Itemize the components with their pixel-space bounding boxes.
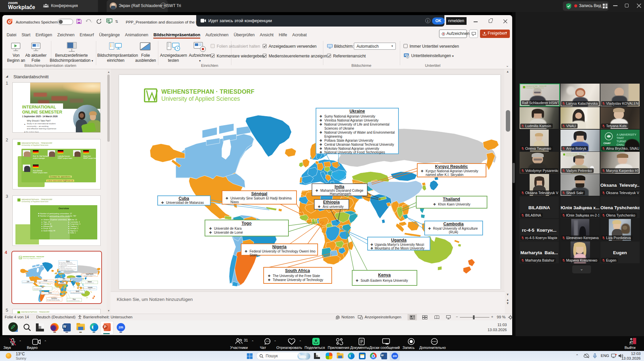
- svg-text:India: India: [334, 184, 344, 189]
- svg-text:❖: ❖: [370, 246, 373, 250]
- svg-text:Federal University of Technolo: Federal University of Technology Owerri …: [250, 250, 316, 253]
- svg-text:Royal University of Agricultur: Royal University of Agriculture: [433, 227, 478, 230]
- svg-text:Poltava State Agrarian Univers: Poltava State Agrarian University: [324, 139, 373, 142]
- svg-text:Sumy National Agrarian Univers: Sumy National Agrarian University: [324, 115, 375, 118]
- svg-text:Nigeria: Nigeria: [272, 244, 287, 249]
- svg-text:❖: ❖: [319, 115, 322, 118]
- svg-text:Togo: Togo: [241, 221, 252, 226]
- svg-text:❖: ❖: [319, 131, 322, 134]
- svg-text:University of Applied Sciences: University of Applied Sciences: [161, 95, 240, 102]
- svg-text:❖: ❖: [319, 139, 322, 142]
- svg-text:Ukraine: Ukraine: [350, 109, 365, 114]
- svg-text:Mykolaiv National Agrarian uni: Mykolaiv National Agrarian university: [324, 147, 379, 150]
- svg-text:Uganda: Uganda: [391, 238, 407, 242]
- svg-text:South Eastern Kenya University: South Eastern Kenya University: [361, 279, 408, 282]
- svg-text:Université de Kara: Université de Kara: [214, 227, 242, 230]
- svg-text:❖: ❖: [319, 123, 322, 126]
- svg-text:University Sine Saloum El Hadj: University Sine Saloum El Hadji Ibrahima: [230, 196, 292, 200]
- svg-text:WEIHENSTEPHAN · TRIESDORF: WEIHENSTEPHAN · TRIESDORF: [161, 88, 255, 95]
- svg-text:❖: ❖: [428, 227, 431, 230]
- svg-text:❖: ❖: [268, 278, 271, 282]
- svg-text:❖: ❖: [209, 227, 212, 230]
- svg-text:❖: ❖: [319, 143, 322, 146]
- svg-text:South Africa: South Africa: [285, 268, 310, 273]
- svg-text:❖: ❖: [209, 231, 212, 234]
- svg-text:Arsi university: Arsi university: [323, 205, 343, 209]
- svg-text:❖: ❖: [319, 150, 322, 154]
- svg-text:❖: ❖: [421, 169, 424, 173]
- svg-text:Khon Kaen University: Khon Kaen University: [438, 202, 470, 206]
- svg-text:Central Ukrainian National Tec: Central Ukrainian National Technical Uni…: [324, 143, 394, 146]
- svg-text:Kenya: Kenya: [378, 273, 391, 277]
- svg-text:Kyrgyz Republic: Kyrgyz Republic: [435, 164, 468, 169]
- svg-text:Engineering: Engineering: [324, 135, 342, 138]
- svg-text:Mountains of the Moon Universi: Mountains of the Moon University: [375, 246, 424, 250]
- svg-text:Vinnitsa National Agrarian Uni: Vinnitsa National Agrarian University: [324, 119, 379, 122]
- svg-text:Sciences of Ukraine: Sciences of Ukraine: [324, 127, 354, 130]
- svg-text:Uganda Martyr's University Nko: Uganda Martyr's University Nkozi: [375, 243, 424, 246]
- svg-text:National University of Life an: National University of Life and Envirome…: [324, 123, 389, 126]
- svg-text:Kyrgyz National Agrarian Unive: Kyrgyz National Agrarian University: [426, 169, 478, 173]
- svg-text:❖: ❖: [370, 243, 373, 246]
- svg-text:Niass: Niass: [230, 200, 239, 204]
- svg-text:❖: ❖: [225, 196, 228, 200]
- svg-text:❖: ❖: [356, 279, 359, 282]
- svg-text:❖: ❖: [318, 205, 321, 209]
- svg-text:❖: ❖: [433, 202, 436, 206]
- svg-text:❖: ❖: [161, 201, 164, 205]
- svg-text:❖: ❖: [268, 274, 271, 278]
- svg-text:❖: ❖: [245, 250, 248, 253]
- svg-text:Tshwane University of Technolo: Tshwane University of Technology: [273, 278, 323, 282]
- svg-text:The University of the Free Sta: The University of the Free State: [273, 274, 320, 278]
- svg-text:❖: ❖: [319, 119, 322, 122]
- svg-text:Universidad de Matanzas: Universidad de Matanzas: [166, 201, 204, 205]
- svg-text:Ethiopia: Ethiopia: [323, 200, 340, 205]
- svg-text:Cambodia: Cambodia: [443, 222, 464, 226]
- svg-text:(RUA): (RUA): [449, 230, 458, 234]
- svg-text:Université de Lomé: Université de Lomé: [214, 231, 243, 234]
- svg-text:❖: ❖: [315, 189, 318, 192]
- svg-text:Cuba: Cuba: [178, 196, 189, 201]
- svg-text:Thailand: Thailand: [443, 197, 460, 201]
- svg-text:State: State: [250, 253, 258, 257]
- svg-text:National University of Food Te: National University of Food Technologies: [324, 150, 385, 154]
- svg-text:Sénégal: Sénégal: [251, 191, 267, 196]
- svg-text:named after K.I. Skryabin: named after K.I. Skryabin: [426, 173, 464, 177]
- svg-text:National University of Water a: National University of Water and Environ…: [324, 131, 395, 134]
- svg-text:❖: ❖: [319, 147, 322, 150]
- svg-text:Hanumangarh: Hanumangarh: [330, 192, 351, 196]
